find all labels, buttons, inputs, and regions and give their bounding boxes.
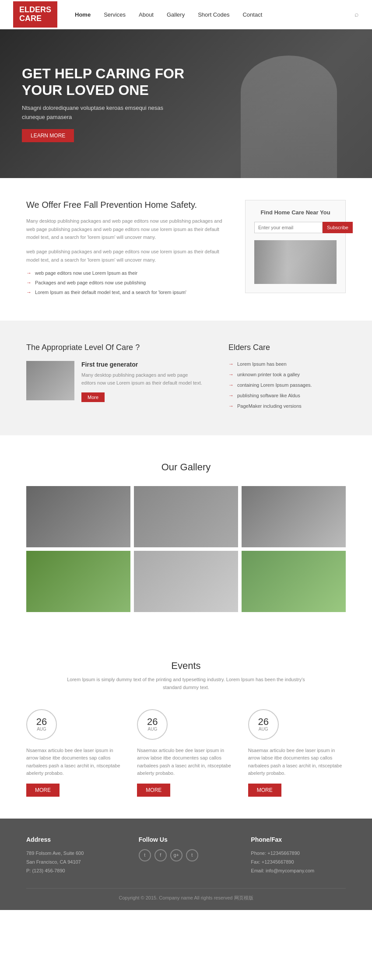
offer-bullet-3: Lorem Ipsum as their default model text,… <box>26 289 228 295</box>
footer-phone: Phone: +12345667890 <box>251 849 346 858</box>
event-2-date-circle: 26 AUG <box>137 709 168 740</box>
gallery-item-4[interactable] <box>26 551 130 612</box>
email-input[interactable] <box>254 222 323 233</box>
footer-fax: Fax: +12345667890 <box>251 858 346 867</box>
nav-home[interactable]: Home <box>75 11 91 18</box>
event-3-text: Nsaemax articulo bee dee laser ipsum in … <box>248 747 346 777</box>
event-3-date-circle: 26 AUG <box>248 709 279 740</box>
gallery-item-1[interactable] <box>26 486 130 547</box>
offer-heading: We Offer Free Fall Prevention Home Safet… <box>26 200 228 210</box>
event-1-date-month: AUG <box>37 727 46 732</box>
nav-services[interactable]: Services <box>104 11 126 18</box>
offer-para1: Many desktop publishing packages and web… <box>26 217 228 242</box>
nav-about[interactable]: About <box>139 11 154 18</box>
social-icons: t f g+ t <box>139 849 234 861</box>
elders-care-list: Lorem Ipsum has been unknown printer too… <box>228 361 346 409</box>
event-3-date-num: 26 <box>258 717 268 727</box>
logo-line1: ELDERS <box>19 6 51 14</box>
facebook-icon[interactable]: f <box>154 849 167 861</box>
appropriate-section: The Appropriate Level Of Care ? First tr… <box>0 321 372 435</box>
event-item-3: 26 AUG Nsaemax articulo bee dee laser ip… <box>248 709 346 797</box>
appropriate-heading: The Appropriate Level Of Care ? <box>26 343 202 352</box>
footer-address-heading: Address <box>26 836 121 843</box>
hero-people-silhouette <box>241 56 337 178</box>
find-care-box: Find Home Care Near You Subscribe <box>245 200 346 293</box>
event-2-more-button[interactable]: More <box>137 784 170 797</box>
event-1-more-button[interactable]: More <box>26 784 60 797</box>
footer-address-line1: 789 Folsom Ave, Suite 600 <box>26 849 121 858</box>
care-card-content: First true generator Many desktop publis… <box>81 361 202 402</box>
find-care-title: Find Home Care Near You <box>254 209 337 216</box>
footer-address-col: Address 789 Folsom Ave, Suite 600 San Fr… <box>26 836 121 875</box>
search-icon[interactable]: ⌕ <box>354 10 359 18</box>
offer-bullet-1: web page editors now use Lorem Ipsum as … <box>26 270 228 276</box>
events-grid: 26 AUG Nsaemax articulo bee dee laser ip… <box>26 709 346 797</box>
footer-follow-heading: Follow Us <box>139 836 234 843</box>
footer-follow-col: Follow Us t f g+ t <box>139 836 234 875</box>
care-card-more-button[interactable]: More <box>81 392 105 402</box>
logo-line2: CARE <box>19 14 51 23</box>
main-nav: Home Services About Gallery Short Codes … <box>75 11 354 18</box>
events-heading: Events <box>26 660 346 672</box>
footer-phonefax-heading: Phone/Fax <box>251 836 346 843</box>
twitter-icon[interactable]: t <box>139 849 151 861</box>
logo[interactable]: ELDERS CARE <box>13 1 57 28</box>
gallery-grid <box>26 486 346 612</box>
event-1-date-num: 26 <box>36 717 47 727</box>
event-item-1: 26 AUG Nsaemax articulo bee dee laser ip… <box>26 709 124 797</box>
care-card: First true generator Many desktop publis… <box>26 361 202 402</box>
elders-item-2: unknown printer took a galley <box>228 371 346 378</box>
hero-section: GET HELP CARING FOR YOUR LOVED ONE Ntsag… <box>0 29 372 178</box>
elders-item-1: Lorem Ipsum has been <box>228 361 346 367</box>
footer-phonefax-col: Phone/Fax Phone: +12345667890 Fax: +1234… <box>251 836 346 875</box>
hero-title: GET HELP CARING FOR YOUR LOVED ONE <box>22 65 197 99</box>
hero-subtitle: Ntsagni dolorediquane voluptase keroas e… <box>22 105 197 111</box>
tumblr-icon[interactable]: t <box>186 849 198 861</box>
care-card-image <box>26 361 74 400</box>
elders-item-5: PageMaker including versions <box>228 403 346 409</box>
nav-shortcodes[interactable]: Short Codes <box>198 11 229 18</box>
event-2-date-month: AUG <box>147 727 157 732</box>
event-item-2: 26 AUG Nsaemax articulo bee dee laser ip… <box>137 709 235 797</box>
hero-cta-button[interactable]: Learn More <box>22 129 74 142</box>
event-3-date-month: AUG <box>259 727 268 732</box>
elders-item-3: containing Lorem Ipsum passages. <box>228 382 346 388</box>
event-1-text: Nsaemax articulo bee dee laser ipsum in … <box>26 747 124 777</box>
events-subtitle: Lorem Ipsum is simply dummy text of the … <box>26 676 346 691</box>
google-plus-icon[interactable]: g+ <box>170 849 182 861</box>
elders-item-4: publishing software like Aldus <box>228 392 346 399</box>
gallery-item-5[interactable] <box>134 551 238 612</box>
footer: Address 789 Folsom Ave, Suite 600 San Fr… <box>0 819 372 910</box>
care-image <box>254 240 337 284</box>
gallery-heading: Our Gallery <box>26 462 346 473</box>
appropriate-left: The Appropriate Level Of Care ? First tr… <box>26 343 202 413</box>
footer-copyright: Copyright © 2015. Company name All right… <box>26 888 346 901</box>
footer-top: Address 789 Folsom Ave, Suite 600 San Fr… <box>26 836 346 875</box>
gallery-item-3[interactable] <box>242 486 346 547</box>
event-3-more-button[interactable]: More <box>248 784 281 797</box>
gallery-item-6[interactable] <box>242 551 346 612</box>
subscribe-form: Subscribe <box>254 222 337 233</box>
footer-address-line3: P: (123) 456-7890 <box>26 867 121 875</box>
care-image-inner <box>254 240 337 284</box>
event-2-date-num: 26 <box>147 717 158 727</box>
event-2-text: Nsaemax articulo bee dee laser ipsum in … <box>137 747 235 777</box>
footer-email: Email: info@mycompany.com <box>251 867 346 875</box>
offer-bullets: web page editors now use Lorem Ipsum as … <box>26 270 228 295</box>
care-card-title: First true generator <box>81 361 202 368</box>
event-1-date-circle: 26 AUG <box>26 709 57 740</box>
hero-content: GET HELP CARING FOR YOUR LOVED ONE Ntsag… <box>0 65 219 143</box>
nav-contact[interactable]: Contact <box>242 11 262 18</box>
subscribe-button[interactable]: Subscribe <box>323 222 353 233</box>
appropriate-right: Elders Care Lorem Ipsum has been unknown… <box>228 343 346 413</box>
footer-address-line2: San Francisco, CA 94107 <box>26 858 121 867</box>
gallery-item-2[interactable] <box>134 486 238 547</box>
nav-gallery[interactable]: Gallery <box>167 11 185 18</box>
header: ELDERS CARE Home Services About Gallery … <box>0 0 372 29</box>
gallery-section: Our Gallery <box>0 435 372 634</box>
hero-sub2: ciuneque pamasera <box>22 114 197 120</box>
offer-para2: web page publishing packages and web pag… <box>26 248 228 264</box>
offer-left: We Offer Free Fall Prevention Home Safet… <box>26 200 228 299</box>
offer-right: Find Home Care Near You Subscribe <box>245 200 346 299</box>
events-section: Events Lorem Ipsum is simply dummy text … <box>0 634 372 819</box>
